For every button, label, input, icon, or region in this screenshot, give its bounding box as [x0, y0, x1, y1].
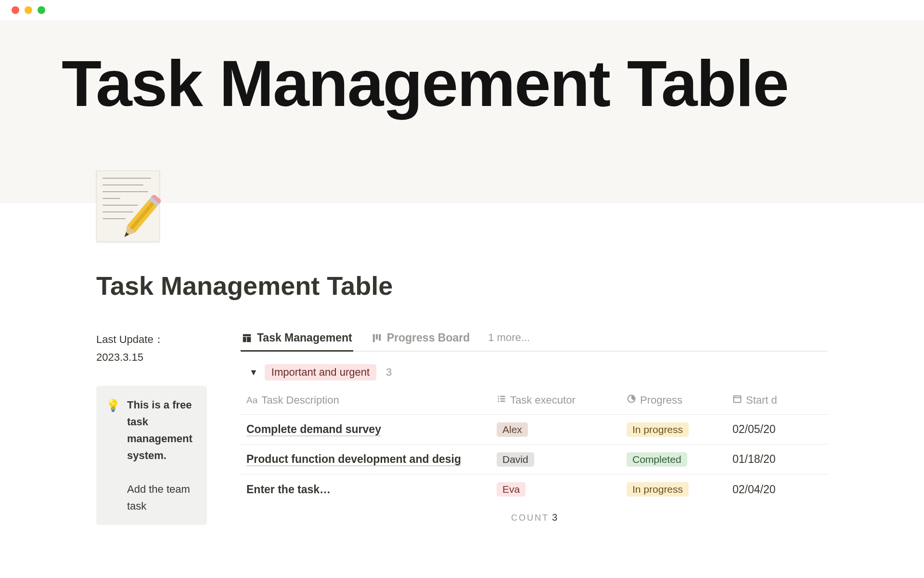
cell-task-executor[interactable]: Eva [491, 479, 621, 499]
svg-rect-1 [734, 396, 741, 403]
window-minimize-button[interactable] [25, 6, 32, 14]
callout-block[interactable]: 💡 This is a free task management system.… [96, 386, 207, 525]
cell-task-description[interactable]: Product function development and desig [241, 450, 491, 469]
cell-task-description[interactable]: Complete demand survey [241, 420, 491, 439]
callout-text: This is a free task management system. A… [127, 396, 197, 514]
table-row[interactable]: Enter the task… Eva In progress 02/04/20 [241, 474, 828, 504]
group-header: ▼ Important and urgent 3 [241, 364, 828, 381]
cell-progress[interactable]: In progress [621, 420, 727, 440]
callout-bold: This is a free task management system. [127, 399, 192, 462]
window-fullscreen-button[interactable] [38, 6, 45, 14]
group-count: 3 [386, 366, 392, 379]
table-row[interactable]: Product function development and desig D… [241, 445, 828, 474]
title-property-icon: Aa [246, 395, 257, 406]
table-icon [242, 333, 252, 343]
sidebar-column: Last Update： 2023.3.15 💡 This is a free … [96, 330, 207, 525]
table-footer: COUNT3 [241, 507, 828, 523]
page-title[interactable]: Task Management Table [96, 271, 828, 301]
more-views[interactable]: 1 more... [488, 331, 530, 350]
cover-title: Task Management Table [0, 49, 924, 118]
window-chrome [0, 0, 924, 20]
column-label: Progress [640, 394, 682, 407]
cell-task-description[interactable]: Enter the task… [241, 480, 491, 499]
last-update-value: 2023.3.15 [96, 351, 143, 363]
progress-tag: In progress [627, 422, 689, 437]
executor-tag: Eva [497, 482, 526, 497]
column-task-executor[interactable]: Task executor [491, 391, 621, 409]
executor-tag: Alex [497, 422, 528, 437]
column-label: Task Description [261, 394, 339, 407]
column-task-description[interactable]: Aa Task Description [241, 391, 491, 409]
tab-label: Progress Board [387, 331, 470, 344]
cell-task-executor[interactable]: David [491, 449, 621, 470]
cell-start-date[interactable]: 02/04/20 [727, 480, 828, 499]
group-pill[interactable]: Important and urgent [265, 364, 376, 381]
count-value: 3 [552, 512, 557, 523]
table-row[interactable]: Complete demand survey Alex In progress … [241, 415, 828, 445]
tab-progress-board[interactable]: Progress Board [371, 331, 471, 352]
page-cover: Task Management Table [0, 20, 924, 203]
calendar-icon [732, 394, 742, 407]
last-update-label: Last Update： [96, 333, 164, 345]
progress-tag: In progress [627, 482, 689, 497]
database-block: Task Management Progress Board 1 more...… [241, 330, 828, 523]
page-icon[interactable] [96, 171, 160, 242]
executor-tag: David [497, 452, 534, 467]
lightbulb-icon: 💡 [106, 396, 120, 514]
column-label: Start d [746, 394, 777, 407]
table-header: Aa Task Description Task executor Prog [241, 391, 828, 415]
view-tabs: Task Management Progress Board 1 more... [241, 330, 828, 352]
column-progress[interactable]: Progress [621, 391, 727, 409]
last-update-block[interactable]: Last Update： 2023.3.15 [96, 330, 207, 367]
collapse-caret-icon[interactable]: ▼ [249, 368, 258, 378]
cell-start-date[interactable]: 01/18/20 [727, 450, 828, 469]
callout-continued: Add the team task [127, 481, 197, 514]
progress-tag: Completed [627, 452, 687, 467]
tab-label: Task Management [257, 331, 352, 344]
status-icon [627, 394, 636, 407]
column-label: Task executor [510, 394, 576, 407]
board-icon [372, 333, 382, 343]
multiselect-icon [497, 394, 506, 407]
tab-task-management[interactable]: Task Management [241, 331, 353, 352]
column-start-date[interactable]: Start d [727, 391, 828, 409]
cell-progress[interactable]: Completed [621, 449, 727, 470]
database-table: Aa Task Description Task executor Prog [241, 391, 828, 504]
cell-start-date[interactable]: 02/05/20 [727, 420, 828, 439]
cell-task-executor[interactable]: Alex [491, 420, 621, 440]
window-close-button[interactable] [12, 6, 19, 14]
cell-progress[interactable]: In progress [621, 479, 727, 499]
count-label: COUNT [511, 513, 549, 523]
